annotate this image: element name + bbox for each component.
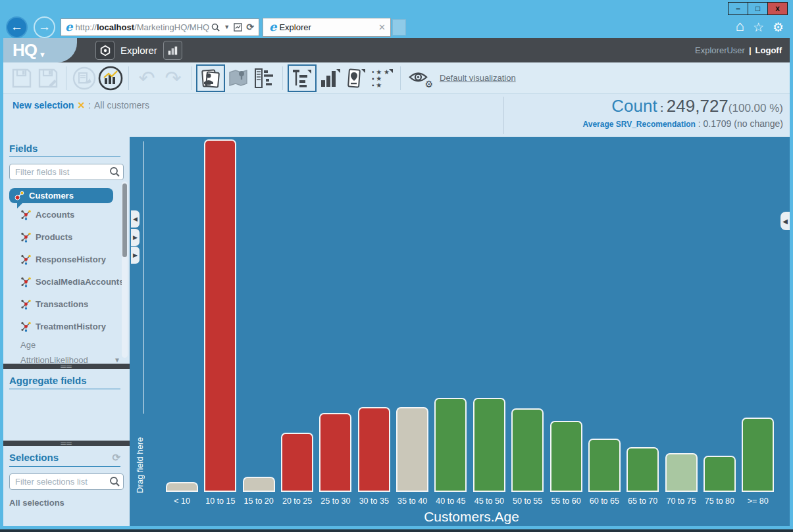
username-label: ExplorerUser	[695, 45, 745, 55]
fields-filter-input[interactable]	[9, 164, 124, 180]
bar-30-to-35[interactable]	[358, 407, 390, 492]
minimize-button[interactable]: –	[728, 2, 748, 15]
save-button[interactable]	[9, 65, 35, 91]
browser-tab-explorer[interactable]: e Explorer ✕	[263, 18, 391, 37]
field-label: Age	[20, 340, 36, 350]
address-bar[interactable]: e http://localhost/MarketingHQ/MHQ.asp ▼…	[61, 18, 259, 36]
bar-35-to-40[interactable]	[396, 407, 428, 492]
table-label: Accounts	[36, 210, 74, 220]
map-report-button[interactable]	[343, 65, 369, 91]
ie-icon: e	[65, 21, 72, 33]
chart-view-button[interactable]	[97, 65, 124, 91]
tools-gear-icon[interactable]: ⚙	[773, 20, 784, 35]
bar-20-to-25[interactable]	[281, 433, 313, 492]
bar-10-to-15[interactable]	[204, 139, 236, 492]
table-molecule-icon	[20, 231, 32, 243]
refresh-selections-icon[interactable]: ⟳	[112, 452, 120, 464]
profiles-view-button[interactable]	[196, 64, 225, 92]
selection-name[interactable]: New selection	[13, 100, 74, 110]
sidebar-table-responsehistory[interactable]: ResponseHistory	[3, 248, 130, 270]
bar-70-to-75[interactable]	[665, 453, 698, 492]
sidebar-table-treatmenthistory[interactable]: TreatmentHistory	[3, 315, 130, 337]
sidebar: Fields CustomersAccountsProductsResponse…	[3, 137, 130, 526]
sidebar-table-products[interactable]: Products	[3, 226, 130, 248]
drag-field-hint[interactable]: Drag field here	[135, 416, 145, 493]
x-axis-title: Customers.Age	[166, 509, 777, 525]
field-label: AttritionLikelihood	[20, 355, 88, 365]
redo-button[interactable]: ↷	[160, 65, 186, 91]
svg-text:⚙: ⚙	[424, 78, 433, 88]
toolbar: ↶ ↷ • ★ ★▪ ★▪ ★ ⚙ Default visu	[3, 62, 790, 94]
expand-right-icon[interactable]: ▶	[131, 247, 140, 264]
default-visualization-icon[interactable]: ⚙	[408, 68, 434, 89]
bar-40-to-45[interactable]	[434, 398, 467, 492]
tab-title: Explorer	[279, 22, 311, 32]
selections-filter-input[interactable]	[9, 473, 124, 490]
tree-view-button[interactable]	[288, 64, 317, 92]
chart-area: ◀ ▶ ▶ ◀ Drag field here < 1010 to 1515 t…	[130, 137, 790, 526]
bar-45-to-50[interactable]	[473, 398, 505, 492]
bar-chart-button[interactable]	[317, 65, 343, 91]
hq-menu[interactable]: HQ ▼	[3, 38, 77, 62]
bar-label: >= 80	[732, 496, 784, 506]
refresh-icon[interactable]: ⟳	[246, 22, 254, 32]
count-label: Count	[611, 96, 657, 116]
table-label: ResponseHistory	[36, 254, 106, 264]
url-text[interactable]: http://localhost/MarketingHQ/MHQ.asp	[75, 22, 209, 32]
bar-65-to-70[interactable]	[627, 447, 659, 492]
fields-scrollbar[interactable]	[122, 181, 128, 358]
report-button[interactable]	[71, 65, 97, 91]
sidebar-table-socialmediaaccounts[interactable]: SocialMediaAccounts	[3, 270, 130, 293]
app-logo-icon[interactable]	[95, 41, 115, 60]
favorites-star-icon[interactable]: ☆	[753, 20, 764, 35]
search-icon[interactable]	[211, 23, 220, 32]
bar-75-to-80[interactable]	[703, 456, 736, 492]
expand-right-icon[interactable]: ▶	[131, 229, 140, 246]
undo-button[interactable]: ↶	[134, 65, 160, 91]
table-label: Customers	[29, 191, 74, 201]
sidebar-table-selected-customers[interactable]: Customers	[9, 188, 113, 203]
average-value: 0.1709 (no change)	[703, 118, 783, 129]
table-molecule-icon	[20, 209, 32, 220]
collapse-right-panel-icon[interactable]: ◀	[780, 212, 790, 230]
bar--80[interactable]	[742, 418, 774, 492]
forward-button[interactable]: →	[34, 16, 55, 38]
ratings-button[interactable]: • ★ ★▪ ★▪ ★	[369, 65, 396, 91]
bar-60-to-65[interactable]	[588, 439, 621, 492]
customers-molecule-icon	[14, 190, 25, 201]
splitter-handle[interactable]: ══	[3, 441, 130, 446]
logoff-link[interactable]: Logoff	[755, 45, 782, 55]
divider	[503, 97, 504, 134]
close-button[interactable]: x	[767, 2, 788, 15]
map-view-button[interactable]	[225, 65, 251, 91]
maximize-button[interactable]: □	[748, 2, 768, 15]
home-icon[interactable]: ⌂	[736, 20, 744, 35]
bar-55-to-60[interactable]	[550, 421, 582, 492]
address-dropdown-icon[interactable]: ▼	[224, 24, 230, 30]
bar-25-to-30[interactable]	[319, 413, 351, 492]
count-percent: (100.00 %)	[729, 102, 783, 114]
default-visualization-link[interactable]: Default visualization	[440, 73, 516, 83]
selections-section-title: Selections	[9, 452, 59, 463]
bar-50-to-55[interactable]	[511, 408, 544, 492]
all-selections-item[interactable]: All selections	[9, 498, 130, 508]
field-dropdown-icon[interactable]: ▼	[114, 356, 120, 364]
bar-15-to-20[interactable]	[243, 477, 275, 492]
list-view-button[interactable]	[251, 65, 278, 91]
svg-text:▪ ★: ▪ ★	[372, 82, 382, 89]
collapse-left-icon[interactable]: ◀	[131, 210, 140, 228]
sidebar-table-transactions[interactable]: Transactions	[3, 293, 130, 315]
back-button[interactable]: ←	[6, 16, 28, 38]
save-as-button[interactable]	[35, 65, 61, 91]
visualization-picker-icon[interactable]	[163, 41, 182, 60]
window-frame-bottom	[0, 529, 793, 532]
tab-close-icon[interactable]: ✕	[378, 22, 386, 32]
selection-close-icon[interactable]: ✕	[77, 100, 85, 110]
sidebar-field-age[interactable]: Age	[3, 337, 130, 352]
table-label: Transactions	[36, 299, 88, 309]
bar--10[interactable]	[166, 482, 198, 492]
count-value: 249,727	[667, 96, 729, 116]
compatibility-view-icon[interactable]	[234, 23, 242, 32]
table-molecule-icon	[20, 276, 32, 287]
new-tab-button[interactable]	[392, 19, 406, 36]
